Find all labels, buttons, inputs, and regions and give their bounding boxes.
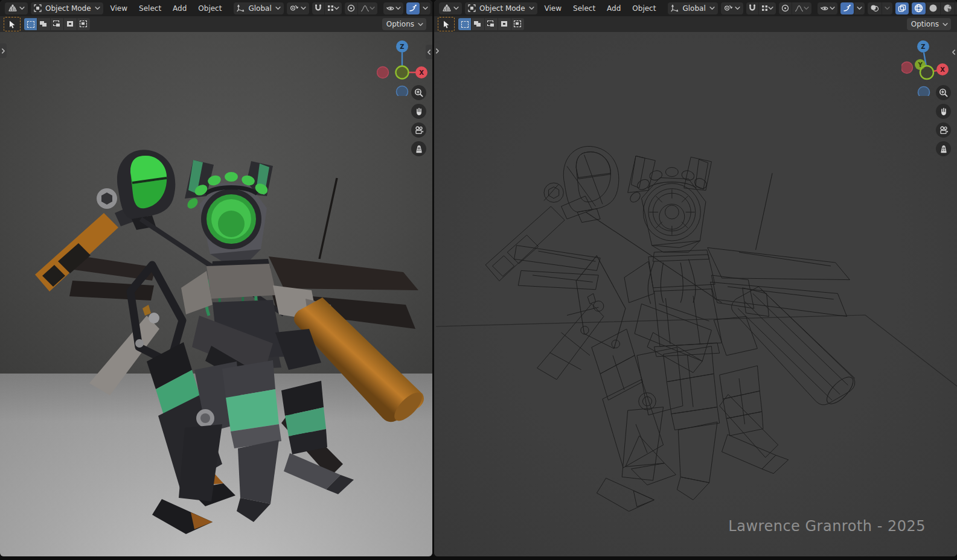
menu-object[interactable]: Object — [628, 2, 660, 14]
select-mode-extend[interactable] — [471, 18, 484, 30]
transform-orientation-dropdown[interactable]: Global — [668, 2, 717, 14]
select-mode-set[interactable] — [458, 18, 471, 30]
options-dropdown[interactable]: Options — [382, 18, 426, 30]
shading-mode-group — [912, 2, 957, 14]
gizmos-dropdown[interactable] — [854, 2, 865, 14]
editor-type-selector[interactable] — [439, 2, 462, 14]
xray-icon — [898, 4, 906, 12]
mode-dropdown[interactable]: Object Mode — [465, 2, 537, 14]
show-gizmos-toggle[interactable] — [840, 2, 854, 14]
shading-solid-button[interactable] — [926, 2, 940, 14]
select-mode-intersect[interactable] — [511, 18, 524, 30]
snap-toggle[interactable] — [312, 2, 324, 14]
select-mode-intersect[interactable] — [77, 18, 90, 30]
artist-watermark: Lawrence Granroth - 2025 — [728, 518, 926, 535]
transform-orientation-dropdown[interactable]: Global — [234, 2, 283, 14]
viewport-left-canvas: Z X — [0, 32, 432, 556]
object-visibility-dropdown[interactable] — [383, 2, 403, 14]
menu-view[interactable]: View — [540, 2, 566, 14]
active-tool-select-button[interactable] — [438, 17, 455, 31]
select-mode-group — [458, 18, 524, 30]
object-visibility-dropdown[interactable] — [818, 2, 837, 14]
viewport-left-tool-settings: Options — [0, 16, 432, 32]
active-tool-select-button[interactable] — [4, 17, 21, 31]
xray-toggle-group — [895, 2, 909, 14]
pivot-point-dropdown[interactable] — [287, 2, 309, 14]
viewport-right: Object Mode View Select Add Object Globa… — [434, 0, 957, 556]
overlays-dropdown[interactable] — [882, 2, 892, 14]
menu-view[interactable]: View — [106, 2, 132, 14]
viewport-nav-buttons — [936, 85, 951, 156]
shading-wireframe-button[interactable] — [912, 2, 926, 14]
select-mode-subtract[interactable] — [50, 18, 63, 30]
show-overlays-toggle[interactable] — [868, 2, 882, 14]
editor-type-selector[interactable] — [5, 2, 28, 14]
grid-perspective-button[interactable] — [411, 141, 426, 156]
solid-sphere-icon — [929, 4, 938, 13]
overlays-icon — [870, 4, 879, 12]
proportional-falloff-dropdown[interactable] — [357, 2, 377, 14]
snap-target-dropdown[interactable] — [758, 2, 776, 14]
show-gizmos-toggle[interactable] — [406, 2, 420, 14]
falloff-curve-icon — [795, 5, 804, 12]
proportional-edit-group — [345, 2, 377, 14]
menu-object[interactable]: Object — [194, 2, 226, 14]
mode-dropdown[interactable]: Object Mode — [31, 2, 103, 14]
menu-add[interactable]: Add — [168, 2, 191, 14]
select-mode-subtract[interactable] — [484, 18, 498, 30]
pivot-point-dropdown[interactable] — [721, 2, 743, 14]
viewport-3d-editor-icon — [8, 4, 17, 12]
toolbar-expand-tab[interactable] — [0, 43, 7, 58]
viewport-right-header: Object Mode View Select Add Object Globa… — [434, 0, 957, 16]
shading-material-button[interactable] — [940, 2, 955, 14]
gizmos-dropdown[interactable] — [420, 2, 430, 14]
global-orientation-icon — [671, 4, 679, 12]
viewport-right-canvas: Z Y X Lawrence Granroth - 2025 — [434, 32, 957, 556]
gizmo-axis-y[interactable] — [396, 66, 409, 79]
object-mode-icon — [468, 4, 476, 12]
gizmo-axis-neg-y[interactable] — [920, 66, 933, 79]
select-mode-extend[interactable] — [37, 18, 50, 30]
material-sphere-icon — [943, 4, 952, 13]
orientation-label: Global — [247, 4, 272, 13]
orientation-label: Global — [681, 4, 706, 13]
pan-hand-button[interactable] — [411, 104, 426, 119]
viewport-right-tool-settings: Options — [434, 16, 957, 32]
select-mode-invert[interactable] — [498, 18, 511, 30]
viewport-left: Object Mode View Select Add Object Globa… — [0, 0, 432, 556]
select-mode-invert[interactable] — [63, 18, 77, 30]
pan-hand-button[interactable] — [936, 104, 951, 119]
gizmo-axis-neg-z[interactable] — [918, 87, 930, 97]
xray-toggle[interactable] — [895, 2, 909, 14]
zoom-button[interactable] — [936, 85, 951, 100]
magnet-icon — [315, 4, 322, 12]
menu-select[interactable]: Select — [569, 2, 600, 14]
menu-add[interactable]: Add — [603, 2, 625, 14]
robot-model-solid[interactable] — [0, 32, 432, 556]
robot-model-wireframe[interactable] — [434, 32, 957, 556]
proportional-falloff-dropdown[interactable] — [792, 2, 811, 14]
camera-view-button[interactable] — [936, 122, 951, 138]
snap-toggle[interactable] — [746, 2, 758, 14]
toolbar-expand-tab[interactable] — [434, 43, 441, 58]
proportional-edit-toggle[interactable] — [779, 2, 792, 14]
gizmo-arrow-icon — [409, 4, 417, 12]
snap-target-dropdown[interactable] — [324, 2, 342, 14]
menu-select[interactable]: Select — [135, 2, 165, 14]
select-mode-set[interactable] — [24, 18, 37, 30]
proportional-edit-toggle[interactable] — [345, 2, 357, 14]
camera-view-button[interactable] — [411, 122, 426, 138]
snapping-group — [312, 2, 342, 14]
eye-icon — [820, 5, 830, 12]
snapping-group — [746, 2, 776, 14]
zoom-button[interactable] — [411, 85, 426, 100]
gizmo-z-label: Z — [921, 43, 925, 50]
grid-perspective-button[interactable] — [936, 141, 951, 156]
gizmo-axis-neg-x[interactable] — [901, 62, 913, 74]
shading-rendered-button[interactable] — [955, 2, 957, 14]
gizmo-axis-neg-z[interactable] — [397, 86, 408, 97]
options-dropdown[interactable]: Options — [907, 18, 951, 30]
viewport-left-header: Object Mode View Select Add Object Globa… — [0, 0, 432, 16]
gizmo-axis-neg-x[interactable] — [377, 67, 389, 78]
wireframe-sphere-icon — [914, 4, 923, 13]
